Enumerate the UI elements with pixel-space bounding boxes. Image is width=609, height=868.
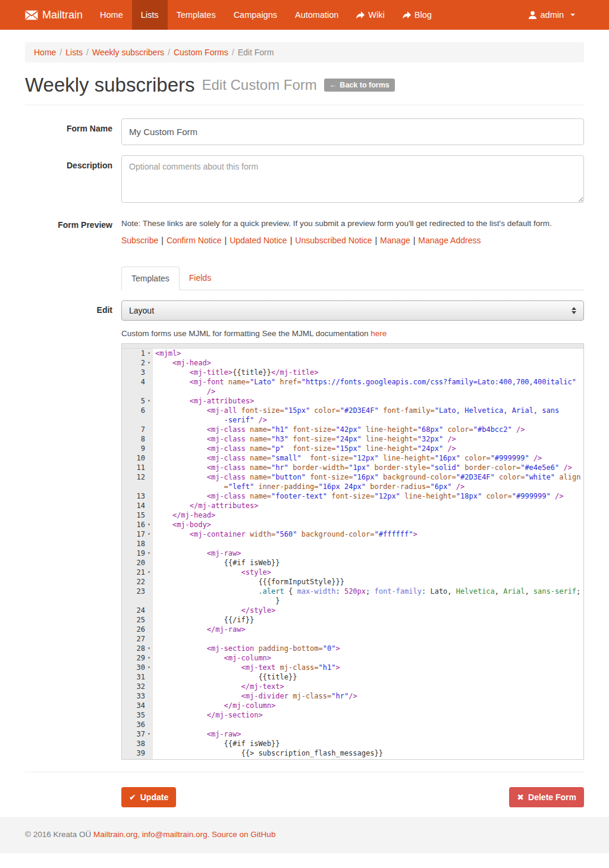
copyright-text: © 2016 Kreata OÜ bbox=[25, 830, 93, 839]
page-subtitle: Edit Custom Form bbox=[202, 77, 316, 93]
preview-links: Subscribe|Confirm Notice|Updated Notice|… bbox=[121, 236, 584, 245]
top-navbar: Mailtrain Home Lists Templates Campaigns… bbox=[0, 0, 609, 30]
preview-link-updated-notice[interactable]: Updated Notice bbox=[230, 236, 287, 245]
preview-link-subscribe[interactable]: Subscribe bbox=[121, 236, 158, 245]
code-editor-lines[interactable]: 1▾<mjml>2▾ <mj-head>3 <mj-title>{{title}… bbox=[122, 349, 583, 759]
check-icon: ✔ bbox=[129, 792, 136, 802]
edit-label: Edit bbox=[25, 300, 121, 760]
brand-label: Mailtrain bbox=[42, 9, 83, 21]
tab-bar: Templates Fields bbox=[121, 267, 584, 290]
form-name-input[interactable] bbox=[121, 118, 584, 145]
share-icon bbox=[403, 11, 411, 19]
form-name-label: Form Name bbox=[25, 118, 121, 145]
user-menu[interactable]: admin bbox=[519, 0, 585, 30]
preview-link-unsubscribed-notice[interactable]: Unsubscribed Notice bbox=[295, 236, 372, 245]
mjml-note: Custom forms use MJML for formatting See… bbox=[121, 329, 584, 338]
preview-note: Note: These links are solely for a quick… bbox=[121, 219, 584, 228]
mjml-docs-link[interactable]: here bbox=[371, 329, 387, 338]
share-icon bbox=[356, 11, 365, 19]
breadcrumb-home[interactable]: Home bbox=[34, 48, 56, 57]
actions-divider bbox=[25, 772, 584, 772]
nav-item-home[interactable]: Home bbox=[91, 0, 132, 30]
tab-templates[interactable]: Templates bbox=[121, 267, 180, 290]
header-divider bbox=[25, 105, 584, 105]
envelope-icon bbox=[25, 10, 38, 20]
template-select[interactable]: Layout bbox=[121, 300, 584, 321]
user-label: admin bbox=[541, 10, 564, 20]
form-preview-label: Form Preview bbox=[25, 219, 121, 245]
nav-item-wiki[interactable]: Wiki bbox=[347, 0, 393, 30]
breadcrumb-lists[interactable]: Lists bbox=[65, 48, 83, 57]
tab-fields[interactable]: Fields bbox=[180, 267, 221, 290]
preview-link-manage-address[interactable]: Manage Address bbox=[418, 236, 481, 245]
chevron-down-icon bbox=[570, 14, 575, 16]
back-to-forms-button[interactable]: ← Back to forms bbox=[324, 79, 395, 92]
preview-link-manage[interactable]: Manage bbox=[380, 236, 410, 245]
description-textarea[interactable] bbox=[121, 155, 584, 203]
editor-scrollbar[interactable] bbox=[122, 344, 583, 349]
mailtrain-org-link[interactable]: Mailtrain.org bbox=[93, 830, 137, 839]
breadcrumb: Home/Lists/Weekly subscribers/Custom For… bbox=[25, 42, 584, 62]
page-title: Weekly subscribers bbox=[25, 74, 194, 96]
update-button[interactable]: ✔ Update bbox=[121, 787, 176, 807]
brand-logo[interactable]: Mailtrain bbox=[25, 0, 91, 30]
github-source-link[interactable]: Source on GitHub bbox=[212, 830, 275, 839]
nav-item-blog[interactable]: Blog bbox=[394, 0, 441, 30]
arrow-left-icon: ← bbox=[329, 81, 337, 89]
nav-item-automation[interactable]: Automation bbox=[286, 0, 347, 30]
page-footer: © 2016 Kreata OÜ Mailtrain.org, info@mai… bbox=[0, 817, 609, 853]
breadcrumb-list-name[interactable]: Weekly subscribers bbox=[92, 48, 164, 57]
breadcrumb-current: Edit Form bbox=[238, 48, 274, 57]
nav-item-templates[interactable]: Templates bbox=[168, 0, 225, 30]
delete-form-button[interactable]: ✖ Delete Form bbox=[509, 787, 584, 807]
x-icon: ✖ bbox=[517, 792, 524, 802]
select-arrows-icon bbox=[572, 307, 576, 314]
user-icon bbox=[528, 11, 537, 20]
preview-link-confirm-notice[interactable]: Confirm Notice bbox=[167, 236, 222, 245]
description-label: Description bbox=[25, 155, 121, 205]
email-link[interactable]: info@mailtrain.org bbox=[142, 830, 208, 839]
nav-item-lists[interactable]: Lists bbox=[132, 0, 168, 30]
breadcrumb-custom-forms[interactable]: Custom Forms bbox=[174, 48, 228, 57]
code-editor[interactable]: 1▾<mjml>2▾ <mj-head>3 <mj-title>{{title}… bbox=[121, 343, 584, 760]
nav-item-campaigns[interactable]: Campaigns bbox=[225, 0, 286, 30]
template-select-value: Layout bbox=[129, 306, 154, 315]
